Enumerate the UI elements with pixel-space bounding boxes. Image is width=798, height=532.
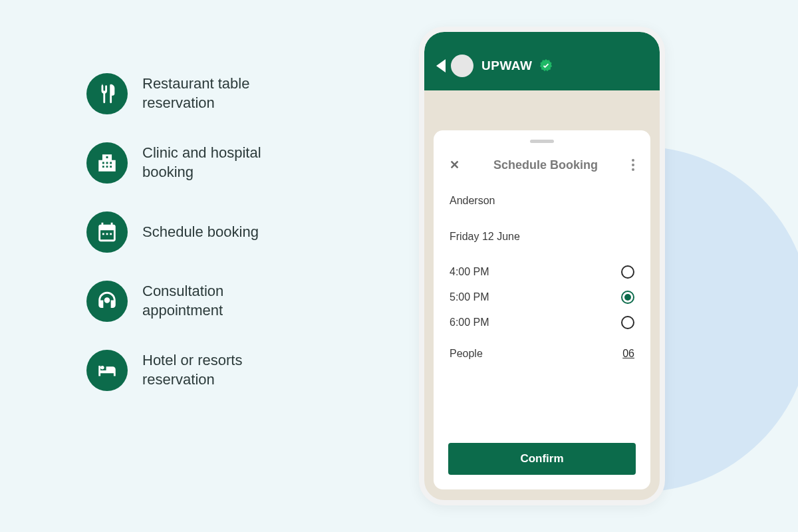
sheet-handle[interactable] (530, 140, 554, 143)
feature-item-clinic: Clinic and hospital booking (86, 142, 295, 184)
phone-mockup: UPWAW ✕ Schedule Booking Anderson Friday… (419, 27, 665, 505)
more-icon[interactable] (632, 159, 634, 171)
verified-badge-icon (539, 59, 553, 73)
people-value[interactable]: 06 (622, 348, 634, 360)
calendar-icon (86, 211, 128, 253)
feature-item-restaurant: Restaurant table reservation (86, 73, 295, 114)
radio-icon[interactable] (621, 316, 634, 329)
feature-label: Consultation appointment (142, 282, 295, 320)
bed-icon (86, 350, 128, 391)
close-icon[interactable]: ✕ (450, 158, 460, 172)
app-name: UPWAW (481, 59, 532, 73)
booking-date: Friday 12 June (450, 231, 634, 243)
feature-list: Restaurant table reservation Clinic and … (86, 73, 295, 419)
booking-sheet: ✕ Schedule Booking Anderson Friday 12 Ju… (434, 130, 650, 489)
people-label: People (450, 348, 483, 360)
feature-item-schedule: Schedule booking (86, 211, 295, 253)
headset-icon (86, 281, 128, 322)
feature-label: Restaurant table reservation (142, 74, 295, 112)
phone-header: UPWAW (424, 32, 660, 90)
feature-label: Clinic and hospital booking (142, 144, 295, 182)
radio-icon[interactable] (621, 265, 634, 279)
time-label: 6:00 PM (450, 317, 489, 329)
feature-item-hotel: Hotel or resorts reservation (86, 350, 295, 391)
time-option[interactable]: 6:00 PM (450, 316, 634, 329)
feature-label: Hotel or resorts reservation (142, 351, 295, 389)
avatar[interactable] (451, 55, 473, 77)
sheet-header: ✕ Schedule Booking (450, 158, 634, 172)
time-label: 4:00 PM (450, 266, 489, 278)
confirm-button[interactable]: Confirm (448, 443, 636, 475)
utensils-icon (86, 73, 128, 114)
feature-item-consultation: Consultation appointment (86, 281, 295, 322)
people-row[interactable]: People 06 (450, 348, 634, 360)
sheet-title: Schedule Booking (493, 158, 598, 172)
hospital-icon (86, 142, 128, 184)
feature-label: Schedule booking (142, 223, 259, 242)
radio-selected-icon[interactable] (621, 291, 634, 304)
time-option[interactable]: 5:00 PM (450, 291, 634, 304)
time-label: 5:00 PM (450, 291, 489, 303)
time-option[interactable]: 4:00 PM (450, 265, 634, 279)
back-icon[interactable] (436, 59, 446, 72)
booking-name: Anderson (450, 195, 634, 207)
